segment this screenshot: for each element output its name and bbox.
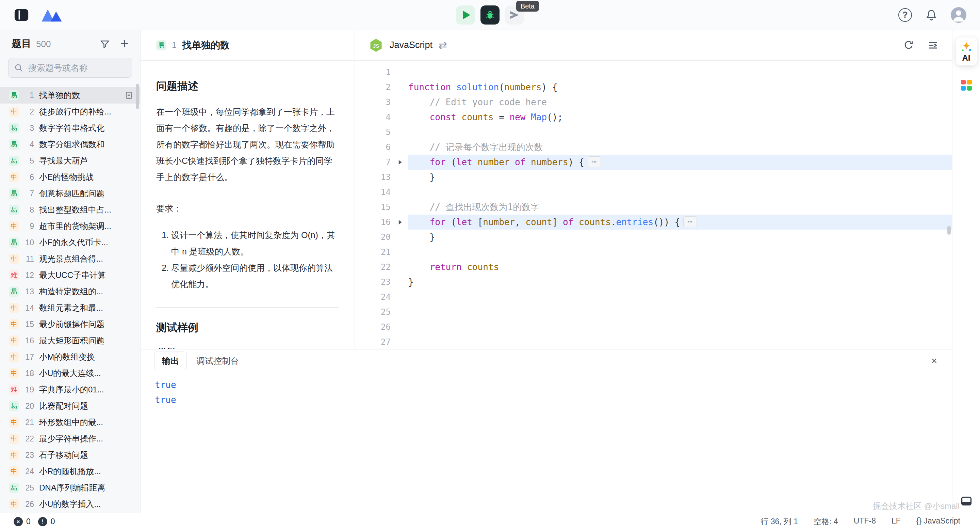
format-code-icon[interactable] [928,40,939,51]
problem-list-item[interactable]: 易8找出整型数组中占... [0,202,140,218]
problem-list-item[interactable]: 难12最大UCC子串计算 [0,267,140,283]
code-editor-panel: JS JavaScript ⇄ 12func [355,30,952,349]
examples-heading: 测试样例 [156,321,339,335]
status-item[interactable]: 行 36, 列 1 [760,516,798,527]
problem-list-item[interactable]: 中18小U的最大连续... [0,365,140,382]
code-line[interactable]: 7 for (let number of numbers) {⋯ [355,155,952,170]
problem-list-item[interactable]: 中23石子移动问题 [0,447,140,463]
reset-code-icon[interactable] [903,40,914,51]
problem-list-item[interactable]: 易4数字分组求偶数和 [0,136,140,153]
notification-bell-icon[interactable] [925,8,938,21]
description-heading: 问题描述 [156,79,339,93]
problem-list-item[interactable]: 中21环形数组中的最... [0,414,140,431]
problem-list-item[interactable]: 易25DNA序列编辑距离 [0,480,140,496]
run-button[interactable] [456,5,475,24]
fold-arrow-icon[interactable] [398,215,403,230]
code-line[interactable]: 27 [355,334,952,349]
folded-code-ellipsis[interactable]: ⋯ [683,216,697,227]
problem-list-item[interactable]: 中11观光景点组合得... [0,251,140,267]
difficulty-badge: 易 [9,156,19,166]
problem-list-item[interactable]: 中17小M的数组变换 [0,349,140,365]
status-item[interactable]: {} JavaScript [916,516,960,527]
tab-debug-console[interactable]: 调试控制台 [196,355,239,367]
editor-scrollbar[interactable] [947,226,951,235]
problem-list-item[interactable]: 中6小E的怪物挑战 [0,169,140,185]
difficulty-badge: 难 [9,270,19,280]
problem-list-item[interactable]: 中16最大矩形面积问题 [0,332,140,349]
problem-number: 13 [19,287,34,296]
difficulty-badge: 中 [9,303,19,313]
problem-list-item[interactable]: 中26小U的数字插入... [0,496,140,512]
panel-layout-icon[interactable] [960,495,972,507]
code-line[interactable]: 24 [355,289,952,305]
problem-list-item[interactable]: 中2徒步旅行中的补给... [0,104,140,120]
errors-icon[interactable]: × [14,517,23,526]
submit-button[interactable]: Beta [505,5,524,24]
code-line[interactable]: 21 [355,244,952,260]
code-line[interactable]: 3 // Edit your code here [355,95,952,110]
problem-number: 25 [19,483,34,493]
code-line[interactable]: 1 [355,65,952,80]
problem-list-item[interactable]: 中22最少字符串操作... [0,431,140,447]
code-line[interactable]: 13 } [355,170,952,185]
ai-assistant-button[interactable]: AI [956,37,977,65]
problem-number: 3 [19,124,34,133]
tab-output[interactable]: 输出 [154,351,187,370]
problem-list-item[interactable]: 易13构造特定数组的... [0,283,140,300]
svg-text:JS: JS [373,43,379,48]
problem-list-item[interactable]: 易1找单独的数 [0,87,140,104]
close-panel-icon[interactable]: × [931,356,937,366]
difficulty-badge: 易 [9,188,19,199]
code-line[interactable]: 25 [355,305,952,319]
problem-list-item[interactable]: 中14数组元素之和最... [0,300,140,316]
problem-list-item[interactable]: 中24小R的随机播放... [0,463,140,480]
code-line[interactable]: 15 // 查找出现次数为1的数字 [355,200,952,215]
problem-number: 9 [19,222,34,231]
fold-arrow-icon[interactable] [398,155,403,170]
switch-language-icon[interactable]: ⇄ [439,39,447,51]
folded-code-ellipsis[interactable]: ⋯ [588,156,601,167]
problem-list-item[interactable]: 难19字典序最小的01... [0,382,140,398]
sidebar-scrollbar[interactable] [136,84,139,109]
difficulty-badge: 易 [9,139,19,150]
warnings-icon[interactable]: ! [38,517,47,526]
search-input[interactable] [27,63,126,73]
problem-list-item[interactable]: 易5寻找最大葫芦 [0,153,140,169]
section-divider [156,307,339,308]
code-line[interactable]: 22 return counts [355,260,952,275]
problem-list-item[interactable]: 中15最少前缀操作问题 [0,316,140,332]
code-line[interactable]: 4 const counts = new Map(); [355,110,952,125]
problem-number: 12 [19,271,34,280]
user-avatar[interactable] [951,7,966,23]
requirements-list: 设计一个算法，使其时间复杂度为 O(n)，其中 n 是班级的人数。 尽量减少额外… [156,227,339,292]
code-line[interactable]: 20 } [355,230,952,244]
status-item[interactable]: LF [891,516,901,527]
status-item[interactable]: 空格: 4 [814,516,838,527]
sidebar-toggle-icon[interactable] [14,7,29,23]
filter-icon[interactable] [100,39,110,49]
status-item[interactable]: UTF-8 [854,516,876,527]
code-line[interactable]: 6 // 记录每个数字出现的次数 [355,140,952,155]
problem-list-item[interactable]: 易20比赛配对问题 [0,398,140,414]
code-line[interactable]: 2function solution(numbers) { [355,80,952,95]
code-line[interactable]: 26 [355,319,952,334]
problem-list-item[interactable]: 易10小F的永久代币卡... [0,234,140,251]
problem-list-item[interactable]: 易7创意标题匹配问题 [0,185,140,202]
requirement-item: 尽量减少额外空间的使用，以体现你的算法优化能力。 [171,260,339,292]
problem-number: 1 [19,91,34,100]
problem-list-item[interactable]: 中9超市里的货物架调... [0,218,140,234]
debug-button[interactable] [480,5,500,24]
help-icon[interactable]: ? [898,8,912,22]
marscode-logo[interactable] [40,7,63,23]
add-problem-icon[interactable]: + [120,37,129,51]
code-line[interactable]: 14 [355,185,952,200]
code-area[interactable]: 12function solution(numbers) {3 // Edit … [355,61,952,349]
code-line[interactable]: 5 [355,125,952,140]
code-line[interactable]: 23} [355,275,952,289]
problem-list-item[interactable]: 易3数字字符串格式化 [0,120,140,136]
code-line[interactable]: 16 for (let [number, count] of counts.en… [355,215,952,230]
extensions-icon[interactable] [960,79,972,91]
community-watermark: 掘金技术社区 @小small [873,501,959,512]
search-box[interactable] [8,58,132,78]
top-bar: Beta ? [0,0,980,30]
